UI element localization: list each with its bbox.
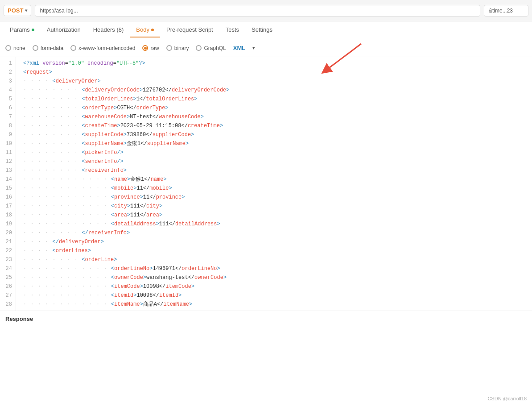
body-type-row: none form-data x-www-form-urlencoded raw… xyxy=(0,39,532,57)
radio-binary-circle xyxy=(166,45,172,51)
radio-binary[interactable]: binary xyxy=(166,45,189,51)
xml-type-selector[interactable]: XML xyxy=(233,45,245,51)
tab-params-label: Params xyxy=(10,26,30,33)
params-dot xyxy=(32,29,34,31)
url-bar: POST ▾ &time...23 xyxy=(0,0,532,21)
code-content[interactable]: <?xml version="1.0" encoding="UTF-8"?><r… xyxy=(16,57,532,311)
radio-none-label: none xyxy=(13,45,25,51)
footer-credit: CSDN @carroll18 xyxy=(487,396,527,401)
line-numbers: 1234567891011121314151617181920212223242… xyxy=(0,57,16,311)
radio-form-data[interactable]: form-data xyxy=(33,45,63,51)
tab-body-label: Body xyxy=(136,26,149,33)
radio-urlencoded-circle xyxy=(70,45,76,51)
tab-authorization[interactable]: Authorization xyxy=(41,23,87,37)
xml-dropdown-icon[interactable]: ▾ xyxy=(252,45,255,51)
tab-settings[interactable]: Settings xyxy=(245,23,279,37)
tab-pre-request-label: Pre-request Script xyxy=(166,26,213,33)
radio-form-data-circle xyxy=(33,45,38,51)
response-bar: Response xyxy=(0,311,532,327)
tab-pre-request[interactable]: Pre-request Script xyxy=(160,23,219,37)
tab-authorization-label: Authorization xyxy=(47,26,81,33)
method-selector[interactable]: POST ▾ xyxy=(4,5,31,16)
radio-urlencoded-label: x-www-form-urlencoded xyxy=(78,45,135,51)
method-label: POST xyxy=(8,7,23,14)
tab-headers[interactable]: Headers (8) xyxy=(87,23,130,37)
tab-settings-label: Settings xyxy=(252,26,272,33)
radio-raw-circle xyxy=(142,45,148,51)
url-input[interactable] xyxy=(35,5,480,17)
method-chevron-icon: ▾ xyxy=(25,8,27,13)
code-editor[interactable]: 1234567891011121314151617181920212223242… xyxy=(0,57,532,311)
footer: CSDN @carroll18 xyxy=(482,394,532,403)
radio-graphql[interactable]: GraphQL xyxy=(196,45,226,51)
body-dot xyxy=(151,29,154,31)
tab-body[interactable]: Body xyxy=(130,23,160,37)
response-label: Response xyxy=(5,316,33,322)
radio-graphql-label: GraphQL xyxy=(204,45,226,51)
radio-none[interactable]: none xyxy=(5,45,25,51)
tab-tests-label: Tests xyxy=(226,26,239,33)
radio-urlencoded[interactable]: x-www-form-urlencoded xyxy=(70,45,135,51)
tab-params[interactable]: Params xyxy=(4,23,41,37)
radio-raw-label: raw xyxy=(150,45,159,51)
radio-none-circle xyxy=(5,45,11,51)
tabs-row: Params Authorization Headers (8) Body Pr… xyxy=(0,21,532,39)
radio-raw[interactable]: raw xyxy=(142,45,159,51)
code-editor-container: 1234567891011121314151617181920212223242… xyxy=(0,57,532,311)
radio-binary-label: binary xyxy=(174,45,189,51)
tab-tests[interactable]: Tests xyxy=(219,23,245,37)
url-suffix: &time...23 xyxy=(484,5,528,17)
tab-headers-label: Headers (8) xyxy=(93,26,124,33)
radio-graphql-circle xyxy=(196,45,202,51)
radio-form-data-label: form-data xyxy=(41,45,63,51)
